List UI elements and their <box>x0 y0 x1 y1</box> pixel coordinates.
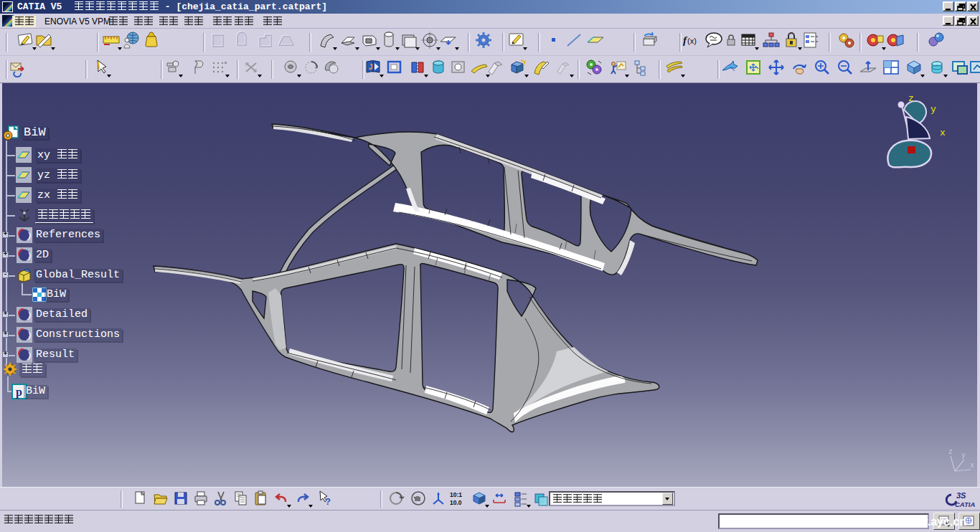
svg-text:?: ? <box>325 496 331 507</box>
svg-text:10.0: 10.0 <box>450 499 462 506</box>
svg-text:x: x <box>970 462 974 470</box>
svg-text:z: z <box>908 93 914 104</box>
svg-text:x: x <box>940 128 946 138</box>
svg-text:y: y <box>961 452 966 460</box>
svg-text:z: z <box>948 448 953 456</box>
svg-text:CATIA: CATIA <box>955 500 975 508</box>
svg-text:3S: 3S <box>956 491 966 500</box>
svg-text:J: J <box>369 63 373 71</box>
svg-text:y: y <box>930 104 936 115</box>
svg-text:(x): (x) <box>687 37 697 45</box>
svg-text:10:1: 10:1 <box>450 491 462 498</box>
svg-text:p: p <box>16 386 22 399</box>
